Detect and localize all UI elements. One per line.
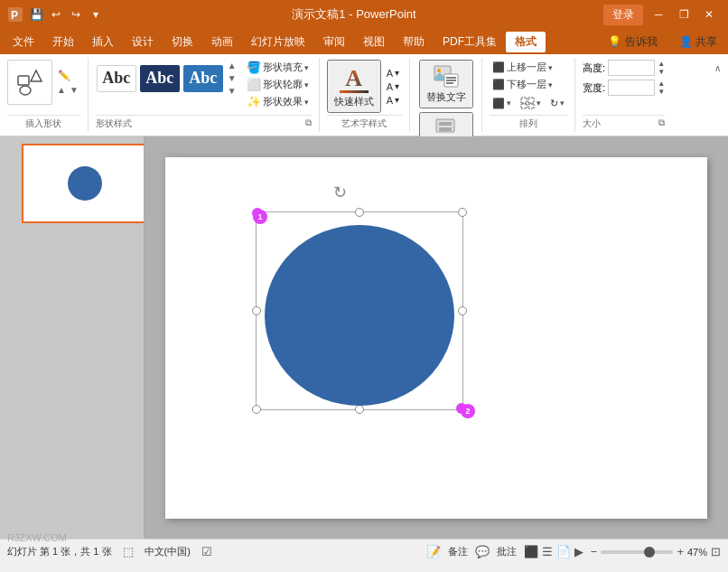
zoom-in-icon[interactable]: +: [677, 545, 684, 558]
height-up[interactable]: ▲: [658, 60, 665, 68]
menu-slideshow[interactable]: 幻灯片放映: [242, 32, 314, 52]
notes-label[interactable]: 备注: [448, 545, 468, 558]
collapse-ribbon-button[interactable]: ∧: [711, 61, 724, 75]
handle-middle-right[interactable]: [458, 306, 467, 315]
accessibility-status-icon[interactable]: ☑: [201, 545, 212, 558]
login-button[interactable]: 登录: [603, 5, 643, 25]
zoom-slider[interactable]: [601, 550, 673, 554]
normal-view-icon[interactable]: ⬛: [524, 545, 538, 558]
layers-icon: [434, 117, 458, 136]
save-button[interactable]: 💾: [27, 5, 45, 23]
handle-top-middle[interactable]: [355, 208, 364, 217]
quick-style-button[interactable]: A 快速样式: [327, 60, 381, 113]
svg-rect-13: [439, 127, 452, 131]
quick-style-icon: A: [340, 64, 369, 93]
menu-home[interactable]: 开始: [43, 32, 83, 52]
layout-icon[interactable]: ⬚: [123, 545, 134, 558]
replace-text-button[interactable]: 替换文字: [419, 60, 473, 108]
circle-shape[interactable]: [265, 225, 454, 406]
rotate-handle[interactable]: ↻: [333, 183, 350, 199]
zoom-level[interactable]: 47%: [687, 547, 707, 558]
shape-style-dark[interactable]: Abc: [140, 65, 180, 92]
slide-canvas[interactable]: ↻ 1 2: [165, 157, 707, 519]
restore-button[interactable]: ❐: [672, 5, 695, 23]
effect-icon: ✨: [247, 95, 261, 108]
handle-bottom-middle[interactable]: [355, 405, 364, 414]
menu-view[interactable]: 视图: [354, 32, 394, 52]
numbered-handle-1[interactable]: 1: [253, 210, 267, 224]
comments-icon[interactable]: 💬: [475, 545, 490, 558]
menu-pdf[interactable]: PDF工具集: [434, 32, 506, 52]
menu-review[interactable]: 审阅: [314, 32, 354, 52]
comments-label[interactable]: 批注: [497, 545, 517, 558]
reading-view-icon[interactable]: 📄: [556, 545, 571, 558]
shape-scroll-up[interactable]: ▲: [55, 84, 68, 96]
width-up[interactable]: ▲: [658, 80, 665, 88]
menu-animations[interactable]: 动画: [202, 32, 242, 52]
shape-style-white[interactable]: Abc: [97, 65, 136, 92]
slide-thumbnail[interactable]: [22, 144, 145, 223]
ribbon-group-size: 高度: ▲ ▼ 宽度: ▲ ▼ 大小: [575, 58, 672, 132]
menu-format[interactable]: 格式: [506, 32, 546, 52]
redo-button[interactable]: ↪: [67, 5, 85, 23]
window-controls: ─ ❐ ✕: [647, 5, 721, 23]
shapes-button[interactable]: [7, 60, 52, 105]
style-scroll-down[interactable]: ▼: [226, 72, 238, 84]
height-down[interactable]: ▼: [658, 68, 665, 76]
share-button[interactable]: 👤 共享: [672, 33, 724, 52]
image-icon: [434, 65, 459, 89]
art-styles-label: 艺术字样式: [327, 115, 402, 130]
text-fill-icon: A: [387, 68, 393, 79]
shape-effect-button[interactable]: ✨ 形状效果 ▾: [244, 94, 312, 109]
send-backward-button[interactable]: ⬛ 下移一层 ▾: [490, 77, 555, 92]
quick-style-label: 快速样式: [334, 95, 374, 108]
insert-shape-label: 插入形状: [7, 115, 80, 130]
minimize-button[interactable]: ─: [647, 5, 670, 23]
fit-window-icon[interactable]: ⊡: [711, 545, 721, 558]
undo-button[interactable]: ↩: [47, 5, 65, 23]
handle-bottom-left[interactable]: [252, 405, 261, 414]
app-icon: P: [7, 6, 23, 23]
width-input[interactable]: [608, 80, 655, 96]
width-label: 宽度:: [583, 81, 605, 95]
rotate-btn[interactable]: ↻ ▾: [547, 97, 567, 110]
width-down[interactable]: ▼: [658, 88, 665, 96]
height-input[interactable]: [608, 60, 655, 76]
menu-transitions[interactable]: 切换: [163, 32, 202, 52]
shape-fill-button[interactable]: 🪣 形状填充 ▾: [244, 60, 312, 75]
align-button[interactable]: ⬛ ▾: [490, 97, 514, 110]
edit-points-button[interactable]: ✏️: [55, 69, 80, 82]
shape-scroll-down[interactable]: ▼: [68, 84, 80, 96]
numbered-handle-2[interactable]: 2: [461, 404, 475, 418]
customize-qat-button[interactable]: ▾: [87, 5, 105, 23]
close-button[interactable]: ✕: [697, 5, 721, 23]
zoom-out-icon[interactable]: −: [591, 545, 598, 558]
handle-top-right[interactable]: [458, 208, 467, 217]
menu-help[interactable]: 帮助: [394, 32, 434, 52]
notes-icon[interactable]: 📝: [426, 545, 441, 558]
tell-me-button[interactable]: 💡 告诉我: [601, 33, 665, 52]
language-label: 中文(中国): [145, 545, 191, 558]
window-title: 演示文稿1 - PowerPoint: [105, 6, 603, 23]
thumb-circle: [68, 166, 102, 201]
slideshow-icon[interactable]: ▶: [574, 545, 583, 558]
shape-styles-expand-icon[interactable]: ⧉: [305, 117, 312, 130]
text-fill-button[interactable]: A ▾: [384, 67, 402, 80]
send-backward-label: 下移一层: [507, 78, 546, 91]
outline-view-icon[interactable]: ☰: [542, 545, 553, 558]
group-button[interactable]: ▾: [518, 96, 544, 110]
text-effect-button[interactable]: A ▾: [384, 94, 402, 107]
menu-file[interactable]: 文件: [4, 32, 43, 52]
shape-style-blue[interactable]: Abc: [183, 65, 223, 92]
svg-point-6: [437, 69, 441, 72]
style-scroll-up[interactable]: ▲: [226, 60, 238, 71]
shape-styles-content: Abc Abc Abc ▲ ▼ ▼ 🪣 形状填充: [96, 60, 312, 115]
menu-insert[interactable]: 插入: [83, 32, 123, 52]
handle-middle-left[interactable]: [252, 306, 261, 315]
menu-design[interactable]: 设计: [123, 32, 163, 52]
shape-outline-button[interactable]: ⬜ 形状轮廓 ▾: [244, 77, 312, 92]
style-expand[interactable]: ▼: [226, 85, 238, 97]
bring-forward-button[interactable]: ⬛ 上移一层 ▾: [490, 60, 555, 75]
text-outline-button[interactable]: A ▾: [384, 80, 402, 93]
size-expand-icon[interactable]: ⧉: [658, 117, 665, 130]
